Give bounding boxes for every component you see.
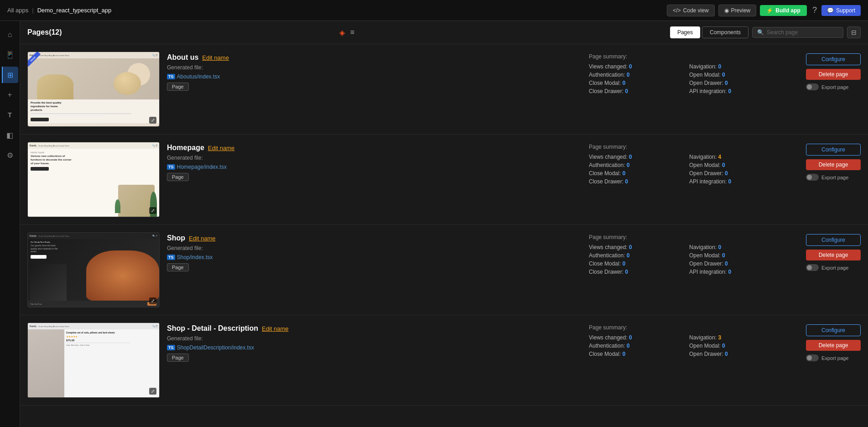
expand-icon[interactable]: ⤢ xyxy=(149,388,156,395)
file-path: Shop/index.tsx xyxy=(177,254,213,260)
page-actions-homepage: Configure Delete page Export page xyxy=(788,142,861,181)
delete-page-button[interactable]: Delete page xyxy=(806,159,861,170)
export-label: Export page xyxy=(821,265,848,271)
tab-components[interactable]: Components xyxy=(702,26,748,38)
summary-title: Page summary: xyxy=(589,53,780,60)
export-toggle[interactable] xyxy=(806,264,819,271)
export-label: Export page xyxy=(821,355,848,361)
configure-button[interactable]: Configure xyxy=(806,144,861,156)
page-thumbnail-homepage[interactable]: Furnit. Home Shop Blog About Contact Tea… xyxy=(27,142,160,217)
page-thumbnail-shop[interactable]: Furnit. Home Shop Blog About Contact Tea… xyxy=(27,232,160,307)
configure-button[interactable]: Configure xyxy=(806,324,861,336)
expand-icon[interactable]: ⤢ xyxy=(149,207,156,214)
page-info-shop: Shop Edit name Generated file: TS Shop/i… xyxy=(167,232,582,271)
file-path-row: TS Aboutus/index.tsx xyxy=(167,73,582,80)
expand-icon[interactable]: ⤢ xyxy=(149,117,156,124)
configure-button[interactable]: Configure xyxy=(806,234,861,246)
content-area: Pages(12) ◈ ≡ Pages Components 🔍 ⊟ xyxy=(20,21,868,427)
page-actions-shop: Configure Delete page Export page xyxy=(788,232,861,271)
page-summary-aboutus: Page summary: Views changed: 0 Navigatio… xyxy=(589,52,780,94)
sidebar: ⌂ 📱 ⊞ + T ◧ ⚙ xyxy=(0,21,20,427)
edit-name-link[interactable]: Edit name xyxy=(202,54,229,61)
export-row: Export page xyxy=(806,83,861,90)
sidebar-item-home[interactable]: ⌂ xyxy=(2,26,18,43)
export-label: Export page xyxy=(821,175,848,180)
sidebar-item-settings[interactable]: ⚙ xyxy=(2,147,18,163)
app-name: Demo_react_typescript_app xyxy=(37,7,112,14)
delete-page-button[interactable]: Delete page xyxy=(806,250,861,260)
figma-icon-button[interactable]: ◈ xyxy=(338,27,346,38)
page-thumbnail-shopdetail[interactable]: Furnit. Home Shop Blog About Contact Tea… xyxy=(27,323,160,398)
tab-pages[interactable]: Pages xyxy=(670,26,700,38)
summary-title: Page summary: xyxy=(589,324,780,331)
code-view-button[interactable]: </> Code view xyxy=(667,5,714,16)
topbar-center: </> Code view ◉ Preview ⚡ Build app xyxy=(667,5,807,16)
page-tag: Page xyxy=(167,354,189,362)
generated-label: Generated file: xyxy=(167,64,203,71)
edit-name-link[interactable]: Edit name xyxy=(262,325,289,332)
page-actions-shopdetail: Configure Delete page Export page xyxy=(788,323,861,361)
table-row: Furnit. Home Shop Blog About Contact Tea… xyxy=(20,225,868,315)
sidebar-item-add[interactable]: + xyxy=(2,87,18,103)
generated-label: Generated file: xyxy=(167,335,203,342)
table-row: Furnit. Home Shop Blog About Contact Tea… xyxy=(20,44,868,135)
ts-badge: TS xyxy=(167,164,175,170)
page-actions-aboutus: Configure Delete page Export page xyxy=(788,52,861,90)
topbar-separator: | xyxy=(32,7,33,14)
expand-icon[interactable]: ⤢ xyxy=(149,297,156,304)
page-summary-shopdetail: Page summary: Views changed: 0 Navigatio… xyxy=(589,323,780,357)
generated-label: Generated file: xyxy=(167,155,203,161)
page-info-aboutus: About us Edit name Generated file: TS Ab… xyxy=(167,52,582,91)
build-app-button[interactable]: ⚡ Build app xyxy=(760,5,807,16)
help-icon[interactable]: ? xyxy=(812,5,817,15)
topbar-right: ? 💬 Support xyxy=(812,5,861,16)
page-tag: Page xyxy=(167,83,189,91)
file-path: Homepage/index.tsx xyxy=(177,164,227,170)
export-toggle[interactable] xyxy=(806,354,819,361)
delete-page-button[interactable]: Delete page xyxy=(806,340,861,351)
page-summary-homepage: Page summary: Views changed: 0 Navigatio… xyxy=(589,142,780,185)
file-path: ShopDetailDescription/index.tsx xyxy=(177,344,254,351)
list-view-button[interactable]: ≡ xyxy=(349,27,355,37)
sidebar-item-text[interactable]: T xyxy=(2,107,18,123)
page-name: About us xyxy=(167,53,198,62)
chat-icon: 💬 xyxy=(827,7,834,14)
edit-name-link[interactable]: Edit name xyxy=(189,235,216,242)
sidebar-item-phone[interactable]: 📱 xyxy=(2,47,18,63)
generated-file: Generated file: xyxy=(167,64,582,71)
table-row: Furnit. Home Shop Blog About Contact Tea… xyxy=(20,315,868,406)
page-list: Furnit. Home Shop Blog About Contact Tea… xyxy=(20,44,868,427)
sidebar-item-pages[interactable]: ⊞ xyxy=(2,67,18,83)
summary-title: Page summary: xyxy=(589,144,780,150)
search-input[interactable] xyxy=(767,29,838,36)
configure-button[interactable]: Configure xyxy=(806,53,861,65)
search-box: 🔍 xyxy=(752,27,843,38)
page-name: Homepage xyxy=(167,144,204,152)
delete-page-button[interactable]: Delete page xyxy=(806,69,861,80)
export-toggle[interactable] xyxy=(806,83,819,90)
page-name: Shop - Detail - Description xyxy=(167,324,258,333)
page-tag: Page xyxy=(167,263,189,271)
eye-icon: ◉ xyxy=(724,7,729,14)
code-icon: </> xyxy=(673,7,681,14)
export-row: Export page xyxy=(806,174,861,181)
main-layout: ⌂ 📱 ⊞ + T ◧ ⚙ Pages(12) ◈ ≡ Pages Compon… xyxy=(0,21,868,427)
topbar: All apps | Demo_react_typescript_app </>… xyxy=(0,0,868,21)
page-thumbnail-aboutus[interactable]: Furnit. Home Shop Blog About Contact Tea… xyxy=(27,52,160,127)
ts-badge: TS xyxy=(167,74,175,79)
bolt-icon: ⚡ xyxy=(766,7,773,14)
sidebar-item-group[interactable]: ◧ xyxy=(2,127,18,143)
generated-label: Generated file: xyxy=(167,245,203,251)
export-label: Export page xyxy=(821,84,848,90)
header-settings-button[interactable]: ⊟ xyxy=(847,26,861,38)
support-button[interactable]: 💬 Support xyxy=(821,5,861,16)
page-name: Shop xyxy=(167,234,185,242)
export-toggle[interactable] xyxy=(806,174,819,181)
page-info-homepage: Homepage Edit name Generated file: TS Ho… xyxy=(167,142,582,181)
preview-button[interactable]: ◉ Preview xyxy=(718,5,757,16)
edit-name-link[interactable]: Edit name xyxy=(208,145,235,151)
export-row: Export page xyxy=(806,354,861,361)
all-apps-link[interactable]: All apps xyxy=(7,7,28,14)
content-header: Pages(12) ◈ ≡ Pages Components 🔍 ⊟ xyxy=(20,21,868,44)
topbar-left: All apps | Demo_react_typescript_app xyxy=(7,7,661,14)
